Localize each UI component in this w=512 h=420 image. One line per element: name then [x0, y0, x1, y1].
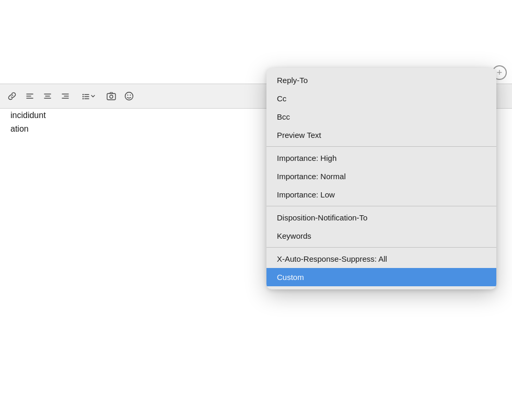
link-icon [8, 92, 16, 100]
svg-point-13 [83, 98, 84, 99]
menu-item-keywords[interactable]: Keywords [266, 227, 496, 245]
svg-point-17 [125, 92, 133, 100]
camera-icon [107, 92, 116, 100]
menu-item-x-auto-response[interactable]: X-Auto-Response-Suppress: All [266, 250, 496, 268]
menu-item-preview-text[interactable]: Preview Text [266, 126, 496, 144]
align-left-icon [26, 92, 34, 100]
svg-point-9 [83, 94, 84, 95]
align-center-icon [43, 92, 52, 100]
editor-line-1: incididunt [10, 109, 46, 122]
list-icon [82, 92, 90, 100]
svg-point-11 [83, 96, 84, 97]
emoji-icon [124, 91, 134, 101]
list-button[interactable] [75, 88, 101, 104]
menu-item-custom[interactable]: Custom [266, 268, 496, 286]
menu-item-importance-high[interactable]: Importance: High [266, 149, 496, 167]
svg-point-18 [127, 95, 129, 96]
svg-rect-15 [107, 94, 115, 100]
align-left-button[interactable] [22, 88, 38, 104]
emoji-button[interactable] [121, 88, 137, 104]
align-right-icon [61, 92, 69, 100]
menu-item-cc[interactable]: Cc [266, 89, 496, 108]
chevron-down-icon [91, 94, 95, 98]
menu-item-importance-low[interactable]: Importance: Low [266, 185, 496, 204]
menu-separator-1 [266, 146, 496, 147]
menu-item-bcc[interactable]: Bcc [266, 108, 496, 126]
camera-button[interactable] [103, 88, 119, 104]
dropdown-menu: Reply-To Cc Bcc Preview Text Importance:… [266, 68, 496, 289]
align-right-button[interactable] [57, 88, 73, 104]
svg-point-19 [130, 95, 131, 96]
menu-item-disposition-notification[interactable]: Disposition-Notification-To [266, 208, 496, 227]
menu-item-reply-to[interactable]: Reply-To [266, 71, 496, 89]
menu-item-importance-normal[interactable]: Importance: Normal [266, 167, 496, 185]
menu-separator-3 [266, 247, 496, 248]
editor-content: incididunt ation [10, 109, 46, 135]
menu-separator-2 [266, 206, 496, 206]
plus-icon: + [497, 67, 503, 78]
link-button[interactable] [4, 88, 20, 104]
editor-line-2: ation [10, 122, 46, 136]
align-center-button[interactable] [40, 88, 55, 104]
svg-point-16 [110, 95, 113, 98]
